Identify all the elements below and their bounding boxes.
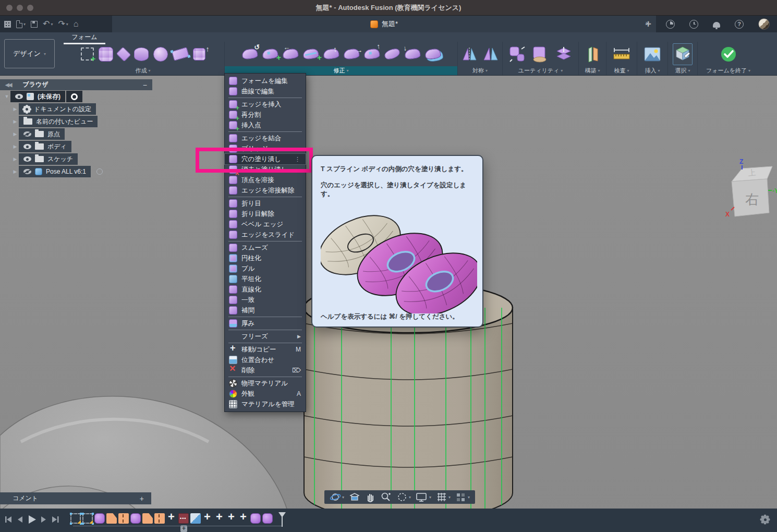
file-menu-button[interactable]: ▾: [16, 20, 26, 28]
skip-to-start-button[interactable]: [4, 515, 13, 524]
menu-item[interactable]: 厚み: [225, 318, 306, 329]
crease-icon[interactable]: [282, 48, 298, 60]
extensions-icon[interactable]: [666, 20, 675, 29]
convert-icon[interactable]: [509, 46, 527, 63]
menu-item[interactable]: 補間: [225, 305, 306, 316]
menu-item[interactable]: [228, 241, 302, 241]
browser-root-chip[interactable]: (未保存): [10, 91, 65, 102]
menu-item[interactable]: [228, 317, 302, 317]
menu-item[interactable]: 一致: [225, 295, 306, 305]
timeline-feature-item[interactable]: [94, 513, 105, 524]
bridge-icon[interactable]: [383, 48, 400, 60]
fit-button[interactable]: ▾: [395, 492, 412, 502]
browser-tree-row[interactable]: ▶ ドキュメントの設定: [11, 103, 152, 115]
timeline-feature-item[interactable]: [106, 513, 117, 524]
box-primitive-icon[interactable]: [99, 47, 113, 62]
chevron-right-icon[interactable]: ▶: [11, 156, 19, 162]
step-back-button[interactable]: [16, 515, 23, 524]
app-grid-button[interactable]: [4, 21, 11, 28]
display-mode-icon[interactable]: [531, 46, 550, 63]
browser-item-chip[interactable]: スケッチ: [19, 153, 78, 165]
timeline-feature-item[interactable]: [130, 513, 141, 524]
menu-item[interactable]: [228, 98, 302, 98]
group-label-finish-form[interactable]: フォームを終了▾: [698, 66, 759, 75]
cylinder-primitive-icon[interactable]: [134, 47, 149, 61]
unweld-edges-icon[interactable]: [404, 48, 420, 60]
extrude-icon[interactable]: [193, 48, 205, 61]
menu-item[interactable]: 削除 ⌦: [225, 365, 306, 376]
construction-plane-icon[interactable]: [585, 46, 600, 63]
timeline-settings-gear-icon[interactable]: [761, 516, 769, 523]
face-primitive-icon[interactable]: [171, 47, 189, 61]
maximize-window-button[interactable]: [27, 5, 33, 11]
menu-item[interactable]: マテリアルを管理: [225, 399, 306, 409]
play-button[interactable]: [27, 515, 37, 524]
menu-item[interactable]: 円柱化: [225, 253, 306, 263]
finish-form-check-icon[interactable]: [720, 45, 737, 63]
browser-item-chip[interactable]: 原点: [19, 128, 65, 140]
timeline-feature-item[interactable]: [82, 513, 93, 524]
menu-item[interactable]: [228, 377, 302, 377]
menu-item[interactable]: エッジを挿入: [225, 99, 306, 110]
timeline-feature-item[interactable]: [118, 513, 129, 524]
add-comment-icon[interactable]: +: [140, 494, 144, 503]
minimize-panel-icon[interactable]: −: [143, 81, 147, 89]
menu-item[interactable]: エッジを結合: [225, 133, 306, 143]
browser-item-chip[interactable]: ドキュメントの設定: [19, 103, 96, 115]
orbit-button[interactable]: ▾: [328, 492, 346, 502]
insert-image-icon[interactable]: [644, 46, 661, 62]
group-label-utilities[interactable]: ユーティリティ▾: [503, 66, 578, 75]
menu-item[interactable]: エッジをスライド: [225, 229, 306, 240]
insert-point-icon[interactable]: [261, 48, 278, 60]
group-label-construct[interactable]: 構築▾: [579, 66, 606, 75]
subdivide-icon[interactable]: [322, 48, 339, 60]
home-button[interactable]: ⌂: [74, 20, 79, 28]
workspace-switcher[interactable]: デザイン ▾: [4, 39, 55, 68]
comments-bar[interactable]: コメント +: [0, 492, 151, 504]
viewcube-top-label[interactable]: 上: [748, 168, 757, 177]
browser-item-chip[interactable]: Pose ALL v6:1: [19, 166, 91, 177]
menu-item[interactable]: 曲線で編集: [225, 86, 306, 96]
menu-item[interactable]: フォームを編集: [225, 76, 306, 86]
browser-root-row[interactable]: ▼ (未保存): [3, 90, 152, 103]
browser-header[interactable]: ◀◀ ブラウザ −: [0, 79, 152, 90]
group-label-insert[interactable]: 挿入▾: [637, 66, 667, 75]
visibility-eye-icon[interactable]: [15, 94, 23, 99]
document-tab[interactable]: 無題* ×: [112, 16, 656, 32]
menu-item[interactable]: 平坦化: [225, 274, 306, 284]
chevron-down-icon[interactable]: ▼: [3, 94, 10, 99]
timeline-feature-item[interactable]: [250, 513, 261, 524]
menu-item[interactable]: ベベル エッジ: [225, 219, 306, 229]
measure-icon[interactable]: [613, 46, 630, 62]
menu-item[interactable]: 頂点を溶接: [225, 175, 306, 185]
menu-item[interactable]: フリーズ ▶: [225, 331, 306, 342]
viewports-button[interactable]: ▾: [454, 492, 471, 502]
collapse-panel-icon[interactable]: ◀◀: [5, 82, 11, 88]
menu-item[interactable]: プル: [225, 263, 306, 274]
display-settings-button[interactable]: ▾: [414, 492, 433, 502]
weld-vertices-icon[interactable]: [363, 48, 380, 60]
menu-item[interactable]: [228, 131, 302, 132]
window-controls[interactable]: [6, 5, 33, 11]
menu-item[interactable]: 再分割: [225, 110, 306, 120]
chevron-right-icon[interactable]: ▶: [11, 169, 19, 174]
select-tool-active-frame[interactable]: [673, 43, 693, 65]
pan-button[interactable]: [363, 492, 377, 502]
menu-item[interactable]: 物理マテリアル: [225, 378, 306, 389]
menu-item[interactable]: 挿入点: [225, 120, 306, 130]
timeline-feature-item[interactable]: [214, 513, 225, 524]
activate-component-chip[interactable]: [92, 166, 107, 177]
menu-item[interactable]: 直線化: [225, 284, 306, 295]
timeline-feature-item[interactable]: [262, 513, 273, 524]
visibility-eye-icon[interactable]: [23, 131, 31, 137]
help-icon[interactable]: ?: [735, 20, 744, 29]
chevron-right-icon[interactable]: ▶: [11, 131, 19, 137]
notifications-bell-icon[interactable]: [713, 22, 720, 28]
minimize-window-button[interactable]: [17, 5, 23, 11]
sphere-primitive-icon[interactable]: [153, 47, 168, 62]
visibility-eye-icon[interactable]: [23, 156, 31, 162]
user-avatar[interactable]: [758, 18, 770, 30]
mirror-internal-icon[interactable]: [462, 47, 478, 61]
group-label-select[interactable]: 選択▾: [668, 66, 697, 75]
visibility-eye-icon[interactable]: [23, 169, 31, 174]
